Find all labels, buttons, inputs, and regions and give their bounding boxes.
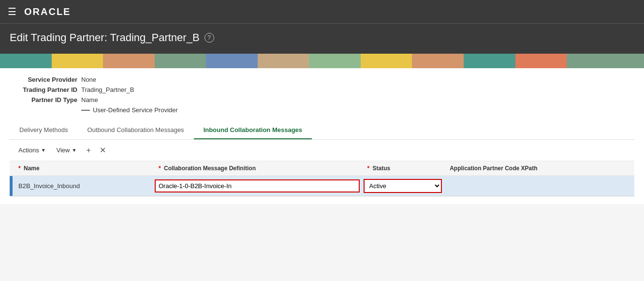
partner-id-type-row: Partner ID Type Name: [10, 96, 634, 104]
page-title: Edit Trading Partner: Trading_Partner_B …: [10, 31, 634, 44]
col-header-xpath: Application Partner Code XPath: [444, 161, 634, 176]
table-row: B2B_Invoice_Inbound Active Inactive: [10, 176, 634, 196]
oracle-logo: ORACLE: [24, 6, 71, 17]
hamburger-icon[interactable]: ☰: [8, 6, 16, 17]
tab-outbound[interactable]: Outbound Collaboration Messages: [77, 121, 193, 139]
help-icon[interactable]: ?: [205, 33, 214, 43]
service-provider-label: Service Provider: [10, 76, 77, 83]
user-defined-checkbox-line: User-Defined Service Provider: [81, 106, 178, 114]
cell-status: Active Inactive: [362, 176, 444, 196]
page-title-text: Edit Trading Partner: Trading_Partner_B: [10, 31, 200, 44]
tab-inbound[interactable]: Inbound Collaboration Messages: [194, 121, 312, 139]
table-header-row: * Name * Collaboration Message Definitio…: [10, 161, 634, 176]
cell-xpath: [444, 176, 634, 196]
inbound-messages-table: * Name * Collaboration Message Definitio…: [10, 161, 634, 196]
page-title-bar: Edit Trading Partner: Trading_Partner_B …: [0, 23, 644, 54]
service-provider-row: Service Provider None: [10, 76, 634, 83]
collab-def-required-star: *: [159, 165, 161, 172]
user-defined-row: User-Defined Service Provider: [81, 106, 634, 114]
user-defined-label: User-Defined Service Provider: [93, 106, 178, 114]
add-button[interactable]: +: [83, 144, 93, 157]
view-button[interactable]: View ▼: [53, 145, 81, 156]
delete-button[interactable]: ✕: [97, 144, 109, 157]
view-label: View: [57, 147, 70, 154]
col-header-status: * Status: [362, 161, 444, 176]
actions-label: Actions: [18, 147, 39, 154]
cell-collab-def: [153, 176, 362, 196]
col-header-name: * Name: [13, 161, 153, 176]
form-section: Service Provider None Trading Partner ID…: [10, 76, 634, 114]
checkbox-dash-icon: [81, 110, 90, 111]
collab-def-input[interactable]: [156, 180, 359, 192]
name-value: B2B_Invoice_Inbound: [18, 182, 80, 190]
actions-button[interactable]: Actions ▼: [15, 145, 50, 156]
name-required-star: *: [18, 165, 21, 172]
view-dropdown-icon: ▼: [72, 148, 77, 153]
partner-id-type-label: Partner ID Type: [10, 96, 77, 104]
table-container: * Name * Collaboration Message Definitio…: [10, 161, 634, 196]
tabs-container: Delivery Methods Outbound Collaboration …: [10, 121, 634, 140]
trading-partner-id-row: Trading Partner ID Trading_Partner_B: [10, 86, 634, 93]
trading-partner-id-label: Trading Partner ID: [10, 86, 77, 93]
service-provider-value: None: [81, 76, 96, 83]
partner-id-type-value: Name: [81, 96, 98, 104]
main-content: Service Provider None Trading Partner ID…: [0, 68, 644, 204]
tab-delivery-methods[interactable]: Delivery Methods: [10, 121, 77, 139]
toolbar: Actions ▼ View ▼ + ✕: [10, 140, 634, 161]
top-navbar: ☰ ORACLE: [0, 0, 644, 23]
status-select[interactable]: Active Inactive: [365, 180, 441, 192]
col-header-collab-def: * Collaboration Message Definition: [153, 161, 362, 176]
cell-name: B2B_Invoice_Inbound: [13, 176, 153, 196]
trading-partner-id-value: Trading_Partner_B: [81, 86, 134, 93]
actions-dropdown-icon: ▼: [41, 148, 46, 153]
banner-strip: [0, 54, 644, 68]
status-required-star: *: [367, 165, 370, 172]
